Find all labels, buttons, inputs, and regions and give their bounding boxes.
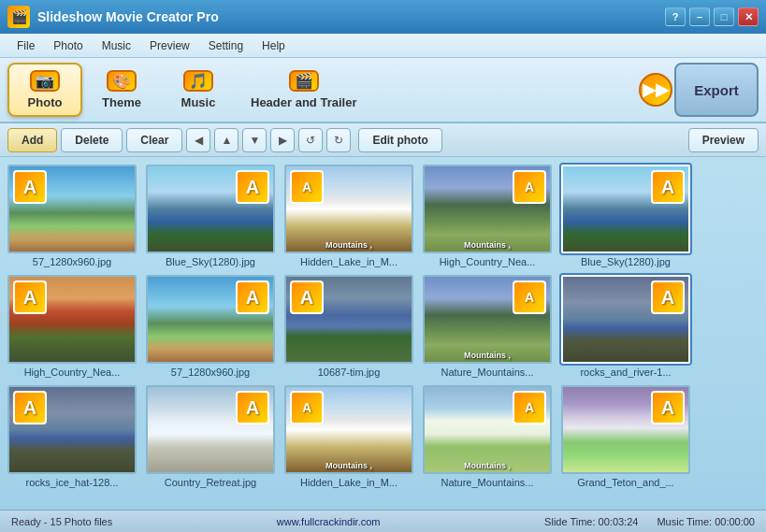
list-item[interactable]: AHigh_Country_Nea... xyxy=(7,275,137,378)
photo-thumbnail: A xyxy=(146,385,275,474)
list-item[interactable]: ABlue_Sky(1280).jpg xyxy=(146,165,275,267)
photo-filename: 10687-tim.jpg xyxy=(288,367,410,378)
toolbar-export-label: Export xyxy=(694,82,739,98)
toolbar-music-button[interactable]: 🎵 Music xyxy=(161,63,236,117)
status-bar: Ready - 15 Photo files www.fullcrackindi… xyxy=(0,510,766,532)
mountains-label: Mountains , xyxy=(464,351,511,360)
photo-thumbnail: A xyxy=(7,165,137,253)
photo-filename: Nature_Mountains... xyxy=(426,367,548,378)
text-overlay-icon: A xyxy=(290,280,324,314)
list-item[interactable]: Arocks_ice_hat-128... xyxy=(7,385,137,488)
status-website: www.fullcrackindir.com xyxy=(112,516,544,527)
photo-thumbnail: A xyxy=(7,275,137,364)
photo-icon: 📷 xyxy=(30,70,60,92)
list-item[interactable]: Mountains ,AHidden_Lake_in_M... xyxy=(284,165,413,267)
status-ready: Ready - 15 Photo files xyxy=(11,516,112,527)
photo-thumbnail: A xyxy=(146,165,275,253)
toolbar-theme-button[interactable]: 🎨 Theme xyxy=(84,63,159,117)
photo-filename: Hidden_Lake_in_M... xyxy=(288,256,410,267)
list-item[interactable]: Arocks_and_river-1... xyxy=(561,275,690,378)
toolbar-music-label: Music xyxy=(181,95,216,109)
export-arrow-icon: ▶▶ xyxy=(639,73,672,107)
text-overlay-icon: A xyxy=(290,170,324,204)
photo-thumbnail: Mountains ,A xyxy=(284,165,413,253)
action-bar: Add Delete Clear ◀ ▲ ▼ ▶ ↺ ↻ Edit photo … xyxy=(0,123,766,157)
text-overlay-icon: A xyxy=(513,280,546,314)
text-overlay-icon: A xyxy=(13,170,47,204)
menu-bar: File Photo Music Preview Setting Help xyxy=(0,34,766,58)
list-item[interactable]: A10687-tim.jpg xyxy=(284,275,413,378)
photo-thumbnail: Mountains ,A xyxy=(423,165,552,253)
maximize-button[interactable]: □ xyxy=(714,7,734,26)
photo-filename: rocks_ice_hat-128... xyxy=(11,477,133,488)
list-item[interactable]: Mountains ,ANature_Mountains... xyxy=(423,275,552,378)
photo-filename: Hidden_Lake_in_M... xyxy=(288,477,410,488)
text-overlay-icon: A xyxy=(13,391,47,424)
photo-thumbnail: Mountains ,A xyxy=(284,385,413,474)
add-button[interactable]: Add xyxy=(7,128,57,152)
toolbar: 📷 Photo 🎨 Theme 🎵 Music 🎬 Header and Tra… xyxy=(0,58,766,123)
clear-button[interactable]: Clear xyxy=(126,128,182,152)
list-item[interactable]: A57_1280x960.jpg xyxy=(146,275,275,378)
menu-file[interactable]: File xyxy=(7,36,44,55)
toolbar-header-trailer-button[interactable]: 🎬 Header and Trailer xyxy=(238,63,369,117)
toolbar-theme-label: Theme xyxy=(102,95,141,109)
text-overlay-icon: A xyxy=(236,391,269,424)
help-button[interactable]: ? xyxy=(665,7,686,26)
list-item[interactable]: ACountry_Retreat.jpg xyxy=(146,385,275,488)
photo-thumbnail: Mountains ,A xyxy=(423,385,552,474)
photo-thumbnail: A xyxy=(7,385,137,474)
mountains-label: Mountains , xyxy=(464,240,511,250)
menu-photo[interactable]: Photo xyxy=(44,36,92,55)
menu-preview[interactable]: Preview xyxy=(140,36,199,55)
photo-filename: 57_1280x960.jpg xyxy=(150,367,271,378)
header-trailer-icon: 🎬 xyxy=(289,70,319,92)
nav-down-button[interactable]: ▼ xyxy=(242,128,267,152)
list-item[interactable]: Mountains ,AHigh_Country_Nea... xyxy=(423,165,552,267)
music-time-label: Music Time: 00:00:00 xyxy=(657,516,755,527)
list-item[interactable]: A57_1280x960.jpg xyxy=(7,165,137,267)
text-overlay-icon: A xyxy=(13,280,47,314)
mountains-label: Mountains , xyxy=(325,461,372,470)
title-bar: 🎬 Slideshow Movie Creator Pro ? – □ ✕ xyxy=(0,0,766,34)
photo-thumbnail: A xyxy=(561,165,690,253)
photo-row: AHigh_Country_Nea...A57_1280x960.jpgA106… xyxy=(7,275,759,378)
list-item[interactable]: AGrand_Teton_and_... xyxy=(561,385,690,488)
edit-photo-button[interactable]: Edit photo xyxy=(358,128,441,152)
nav-left-button[interactable]: ◀ xyxy=(186,128,210,152)
app-title: Slideshow Movie Creator Pro xyxy=(37,9,219,24)
toolbar-photo-button[interactable]: 📷 Photo xyxy=(7,63,82,117)
toolbar-photo-label: Photo xyxy=(28,95,63,109)
photo-filename: Grand_Teton_and_... xyxy=(565,477,687,488)
list-item[interactable]: Mountains ,AHidden_Lake_in_M... xyxy=(284,385,413,488)
preview-button[interactable]: Preview xyxy=(688,128,759,152)
theme-icon: 🎨 xyxy=(107,70,137,92)
mountains-label: Mountains , xyxy=(464,461,511,470)
toolbar-export-button[interactable]: Export xyxy=(674,63,759,117)
rotate-cw-button[interactable]: ↻ xyxy=(326,128,351,152)
main-content: 📷 Photo 🎨 Theme 🎵 Music 🎬 Header and Tra… xyxy=(0,58,766,532)
close-button[interactable]: ✕ xyxy=(738,7,759,26)
delete-button[interactable]: Delete xyxy=(61,128,123,152)
photo-filename: Blue_Sky(1280).jpg xyxy=(150,256,271,267)
text-overlay-icon: A xyxy=(236,280,269,314)
rotate-ccw-button[interactable]: ↺ xyxy=(298,128,323,152)
menu-music[interactable]: Music xyxy=(93,36,140,55)
mountains-label: Mountains , xyxy=(325,240,372,250)
photo-thumbnail: A xyxy=(561,275,690,364)
nav-right-button[interactable]: ▶ xyxy=(270,128,295,152)
menu-help[interactable]: Help xyxy=(253,36,295,55)
list-item[interactable]: Mountains ,ANature_Mountains... xyxy=(423,385,552,488)
nav-up-button[interactable]: ▲ xyxy=(214,128,238,152)
list-item[interactable]: ABlue_Sky(1280).jpg xyxy=(561,165,690,267)
text-overlay-icon: A xyxy=(513,170,546,204)
photo-grid: A57_1280x960.jpgABlue_Sky(1280).jpgMount… xyxy=(0,157,766,510)
app-icon: 🎬 xyxy=(7,6,30,28)
text-overlay-icon: A xyxy=(651,391,685,424)
toolbar-header-trailer-label: Header and Trailer xyxy=(251,95,356,109)
text-overlay-icon: A xyxy=(290,391,324,424)
minimize-button[interactable]: – xyxy=(689,7,710,26)
menu-setting[interactable]: Setting xyxy=(199,36,253,55)
slide-time-label: Slide Time: 00:03:24 xyxy=(544,516,638,527)
photo-row: Arocks_ice_hat-128...ACountry_Retreat.jp… xyxy=(7,385,759,488)
